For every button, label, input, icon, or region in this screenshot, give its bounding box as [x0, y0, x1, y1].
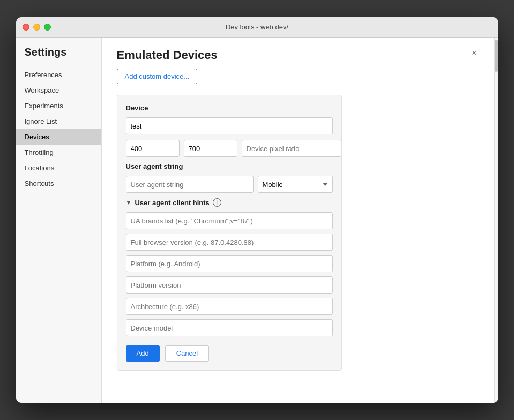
device-form: Device User agent string Mobi — [117, 95, 342, 371]
sidebar-item-workspace[interactable]: Workspace — [16, 82, 101, 98]
sidebar-item-shortcuts[interactable]: Shortcuts — [16, 176, 101, 191]
maximize-traffic-light[interactable] — [44, 24, 51, 31]
user-agent-row: Mobile Desktop — [126, 176, 333, 193]
device-section-label: Device — [126, 104, 333, 112]
sidebar: Settings Preferences Workspace Experimen… — [16, 38, 102, 403]
height-input[interactable] — [184, 140, 237, 157]
ua-type-select[interactable]: Mobile Desktop — [258, 176, 333, 193]
device-name-input[interactable] — [126, 117, 333, 134]
action-row: Add Cancel — [126, 345, 333, 362]
ua-section-label: User agent string — [126, 162, 333, 170]
platform-input[interactable] — [126, 255, 333, 272]
page-title: Emulated Devices — [117, 48, 218, 62]
width-input[interactable] — [126, 140, 180, 157]
hints-toggle-icon: ▼ — [126, 199, 132, 206]
ua-string-input[interactable] — [126, 176, 254, 193]
hints-label: User agent client hints — [135, 199, 209, 207]
main-panel: Emulated Devices × Add custom device... … — [102, 38, 494, 403]
full-browser-version-input[interactable] — [126, 234, 333, 251]
device-model-input[interactable] — [126, 319, 333, 336]
sidebar-item-ignore-list[interactable]: Ignore List — [16, 114, 101, 129]
sidebar-item-locations[interactable]: Locations — [16, 160, 101, 176]
add-custom-device-button[interactable]: Add custom device... — [117, 69, 198, 84]
content-area: Settings Preferences Workspace Experimen… — [16, 38, 498, 403]
hints-fields — [126, 212, 333, 336]
window-title: DevTools - web.dev/ — [226, 23, 288, 31]
hints-header[interactable]: ▼ User agent client hints i — [126, 198, 333, 207]
ua-brands-input[interactable] — [126, 212, 333, 229]
titlebar: DevTools - web.dev/ — [16, 17, 498, 38]
device-name-row — [126, 117, 333, 134]
devtools-window: DevTools - web.dev/ Settings Preferences… — [16, 17, 498, 403]
add-button[interactable]: Add — [126, 345, 160, 362]
close-traffic-light[interactable] — [23, 24, 29, 31]
minimize-traffic-light[interactable] — [33, 24, 40, 31]
sidebar-item-devices[interactable]: Devices — [16, 129, 101, 145]
sidebar-title: Settings — [16, 46, 101, 67]
pixel-ratio-input[interactable] — [242, 140, 341, 157]
scrollbar-track — [494, 38, 498, 403]
cancel-button[interactable]: Cancel — [165, 345, 209, 362]
traffic-lights — [23, 24, 51, 31]
scrollbar-thumb[interactable] — [495, 40, 498, 72]
hints-info-icon[interactable]: i — [213, 198, 221, 207]
sidebar-item-throttling[interactable]: Throttling — [16, 145, 101, 160]
main-header: Emulated Devices × — [102, 38, 494, 69]
sidebar-item-preferences[interactable]: Preferences — [16, 67, 101, 82]
close-button[interactable]: × — [470, 48, 479, 58]
architecture-input[interactable] — [126, 298, 333, 315]
dimensions-row — [126, 140, 333, 157]
main-body: Add custom device... Device User agent s… — [102, 69, 494, 403]
platform-version-input[interactable] — [126, 276, 333, 294]
sidebar-item-experiments[interactable]: Experiments — [16, 98, 101, 114]
